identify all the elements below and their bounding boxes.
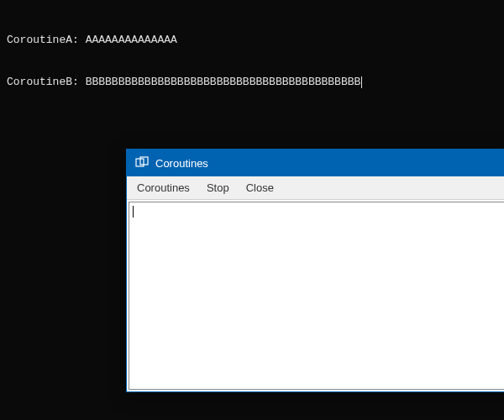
menu-stop[interactable]: Stop <box>207 181 229 194</box>
terminal-output: CoroutineA: AAAAAAAAAAAAAA CoroutineB: B… <box>0 0 504 109</box>
coroutine-a-output: AAAAAAAAAAAAAA <box>86 34 177 46</box>
coroutine-a-label: CoroutineA: <box>7 34 79 46</box>
coroutine-b-label: CoroutineB: <box>7 76 79 88</box>
coroutines-window: Coroutines Coroutines Stop Close <box>126 149 504 392</box>
terminal-line: CoroutineA: AAAAAAAAAAAAAA <box>7 34 497 48</box>
window-menubar: Coroutines Stop Close <box>127 176 504 200</box>
terminal-cursor <box>361 76 362 88</box>
menu-coroutines[interactable]: Coroutines <box>137 181 190 194</box>
window-content[interactable] <box>129 202 504 390</box>
window-title: Coroutines <box>155 157 208 170</box>
terminal-line: CoroutineB: BBBBBBBBBBBBBBBBBBBBBBBBBBBB… <box>7 76 497 90</box>
menu-close[interactable]: Close <box>246 181 274 194</box>
window-titlebar[interactable]: Coroutines <box>127 150 504 176</box>
window-icon <box>135 156 149 170</box>
coroutine-b-output: BBBBBBBBBBBBBBBBBBBBBBBBBBBBBBBBBBBBBBBB… <box>86 76 361 88</box>
text-cursor <box>133 206 134 218</box>
